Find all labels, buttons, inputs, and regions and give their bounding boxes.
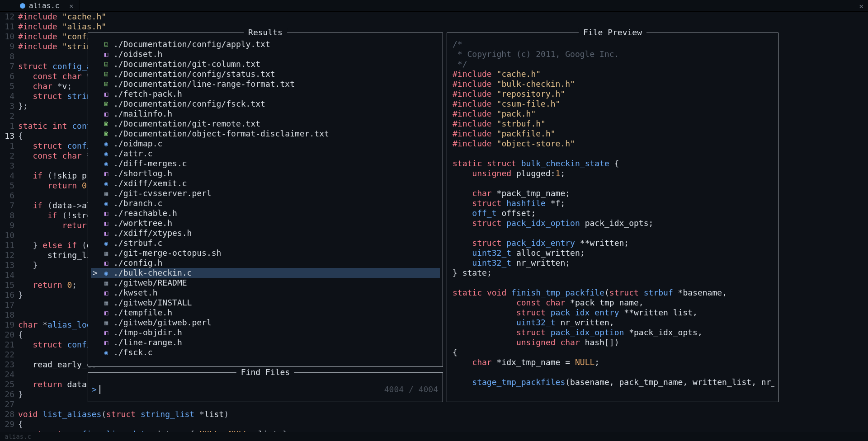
file-type-icon: 🗎: [103, 129, 110, 139]
results-item-path: ./gitweb/README: [113, 278, 187, 288]
results-list[interactable]: >🗎./Documentation/config/apply.txt>◧./oi…: [91, 39, 440, 364]
results-item-path: ./shortlog.h: [113, 169, 172, 178]
file-preview-pane: File Preview /* * Copyright (c) 2011, Go…: [447, 33, 778, 402]
selection-pointer-icon: >: [93, 268, 99, 278]
tab-alias-c[interactable]: alias.c ✕: [14, 0, 80, 11]
results-item-path: ./fetch-pack.h: [113, 89, 182, 99]
status-bar: alias.c: [0, 432, 868, 441]
results-item[interactable]: >▦./gitweb/README: [91, 278, 440, 288]
results-item-path: ./tmp-objdir.h: [113, 328, 182, 338]
results-item[interactable]: >▦./git-cvsserver.perl: [91, 188, 440, 198]
results-item-path: ./worktree.h: [113, 218, 172, 228]
results-item-path: ./branch.c: [113, 198, 162, 208]
line-number-gutter: 1211109876543211312345678910111213141516…: [0, 12, 18, 432]
results-item-path: ./line-range.h: [113, 338, 182, 347]
results-item[interactable]: >🗎./Documentation/config/apply.txt: [91, 39, 440, 49]
results-item[interactable]: >◧./fetch-pack.h: [91, 89, 440, 99]
results-item-path: ./Documentation/line-range-format.txt: [113, 79, 295, 89]
results-item[interactable]: >🗎./Documentation/config/status.txt: [91, 69, 440, 79]
results-item-path: ./tempfile.h: [113, 308, 172, 318]
find-input[interactable]: [99, 384, 100, 394]
results-item[interactable]: >◧./config.h: [91, 258, 440, 268]
results-item[interactable]: >▦./git-merge-octopus.sh: [91, 248, 440, 258]
results-item[interactable]: >◉./strbuf.c: [91, 238, 440, 248]
results-item[interactable]: >◉./bulk-checkin.c: [91, 268, 440, 278]
results-item-path: ./Documentation/git-column.txt: [113, 59, 260, 69]
results-item-path: ./Documentation/git-remote.txt: [113, 119, 260, 129]
file-preview-body[interactable]: /* * Copyright (c) 2011, Google Inc. */#…: [453, 39, 774, 398]
results-title: Results: [244, 28, 287, 37]
file-type-icon: ◉: [103, 149, 110, 159]
results-item[interactable]: >◧./xdiff/xtypes.h: [91, 228, 440, 238]
results-item[interactable]: >◉./attr.c: [91, 149, 440, 159]
tab-filename: alias.c: [29, 1, 59, 10]
file-type-icon: ◉: [103, 238, 110, 248]
file-type-icon: ◉: [103, 268, 110, 278]
file-type-icon: ◉: [103, 198, 110, 208]
results-item-path: ./kwset.h: [113, 288, 158, 298]
find-files-title: Find Files: [236, 367, 294, 377]
results-item-path: ./fsck.c: [113, 347, 153, 357]
results-item[interactable]: >🗎./Documentation/git-remote.txt: [91, 119, 440, 129]
results-item-path: ./config.h: [113, 258, 162, 268]
results-item-path: ./Documentation/config/apply.txt: [113, 39, 270, 49]
results-item[interactable]: >◉./diff-merges.c: [91, 159, 440, 169]
results-item[interactable]: >◉./oidmap.c: [91, 139, 440, 149]
file-type-icon: ◧: [103, 258, 110, 268]
results-item[interactable]: >◧./kwset.h: [91, 288, 440, 298]
results-item[interactable]: >◧./line-range.h: [91, 338, 440, 347]
results-item[interactable]: >◉./xdiff/xemit.c: [91, 178, 440, 188]
file-type-icon: ▦: [103, 248, 110, 258]
results-item[interactable]: >🗎./Documentation/object-format-disclaim…: [91, 129, 440, 139]
results-item[interactable]: >◧./tmp-objdir.h: [91, 328, 440, 338]
file-type-icon: ▦: [103, 278, 110, 288]
file-type-icon: ◧: [103, 208, 110, 218]
results-item[interactable]: >◉./branch.c: [91, 198, 440, 208]
window-close-icon[interactable]: ✕: [859, 2, 863, 10]
file-type-icon: ▦: [103, 298, 110, 308]
file-type-icon: ▦: [103, 188, 110, 198]
close-icon[interactable]: ✕: [69, 2, 73, 9]
find-match-count: 4004 / 4004: [384, 385, 438, 394]
results-item[interactable]: >◉./fsck.c: [91, 347, 440, 357]
results-item-path: ./xdiff/xemit.c: [113, 178, 187, 188]
file-type-icon: 🗎: [103, 39, 110, 49]
results-item-path: ./git-cvsserver.perl: [113, 188, 212, 198]
file-type-icon: 🗎: [103, 99, 110, 109]
results-item-path: ./Documentation/config/fsck.txt: [113, 99, 265, 109]
file-type-icon: ◧: [103, 288, 110, 298]
results-item[interactable]: >🗎./Documentation/line-range-format.txt: [91, 79, 440, 89]
results-item[interactable]: >▦./gitweb/INSTALL: [91, 298, 440, 308]
tab-bar: alias.c ✕: [0, 0, 868, 12]
file-type-icon: 🗎: [103, 119, 110, 129]
file-type-icon: ◧: [103, 169, 110, 178]
results-item-path: ./bulk-checkin.c: [113, 268, 192, 278]
results-item-path: ./diff-merges.c: [113, 159, 187, 169]
results-item[interactable]: >◧./mailinfo.h: [91, 109, 440, 119]
results-item[interactable]: >▦./gitweb/gitweb.perl: [91, 318, 440, 328]
modified-indicator-icon: [20, 3, 25, 9]
file-type-icon: ◧: [103, 109, 110, 119]
file-type-icon: ◧: [103, 228, 110, 238]
results-item-path: ./reachable.h: [113, 208, 177, 218]
results-item[interactable]: >◧./tempfile.h: [91, 308, 440, 318]
results-item[interactable]: >◧./worktree.h: [91, 218, 440, 228]
file-type-icon: 🗎: [103, 79, 110, 89]
results-item[interactable]: >◧./oidset.h: [91, 49, 440, 59]
file-type-icon: ◧: [103, 49, 110, 59]
results-item[interactable]: >🗎./Documentation/config/fsck.txt: [91, 99, 440, 109]
results-item[interactable]: >◧./shortlog.h: [91, 169, 440, 178]
file-preview-title: File Preview: [579, 28, 646, 37]
results-item-path: ./git-merge-octopus.sh: [113, 248, 221, 258]
results-item[interactable]: >◧./reachable.h: [91, 208, 440, 218]
file-type-icon: ◉: [103, 139, 110, 149]
file-type-icon: ◧: [103, 89, 110, 99]
file-type-icon: 🗎: [103, 59, 110, 69]
results-item-path: ./oidset.h: [113, 49, 162, 59]
results-item-path: ./Documentation/config/status.txt: [113, 69, 275, 79]
results-item-path: ./attr.c: [113, 149, 153, 159]
file-type-icon: ◧: [103, 338, 110, 347]
results-item-path: ./oidmap.c: [113, 139, 162, 149]
results-item[interactable]: >🗎./Documentation/git-column.txt: [91, 59, 440, 69]
file-type-icon: ◧: [103, 328, 110, 338]
